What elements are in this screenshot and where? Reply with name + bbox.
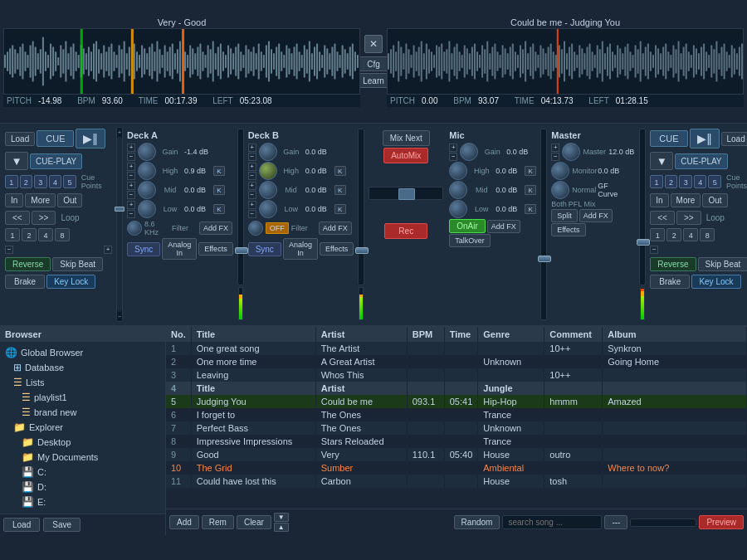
deck-right-cue-point-4[interactable]: 4 bbox=[694, 175, 707, 188]
deck-left-load-button[interactable]: Load bbox=[5, 132, 35, 146]
mic-gain-knob[interactable] bbox=[460, 143, 478, 161]
volume-slider[interactable] bbox=[630, 519, 696, 527]
mic-channel-fader[interactable] bbox=[540, 127, 547, 322]
down-arrow-button[interactable]: ▼ bbox=[274, 513, 289, 522]
crossfader-handle[interactable] bbox=[398, 188, 415, 200]
deck-left-keylock-button[interactable]: Key Lock bbox=[46, 275, 95, 289]
deck-right-num-1[interactable]: 1 bbox=[650, 228, 665, 241]
mic-gain-minus[interactable]: − bbox=[449, 153, 457, 161]
onair-button[interactable]: OnAir bbox=[449, 219, 486, 233]
deck-right-skipbeat-button[interactable]: Skip Beat bbox=[698, 257, 747, 271]
deck-a-channel-fader[interactable] bbox=[237, 127, 244, 322]
deck-left-minus-button[interactable]: − bbox=[5, 246, 13, 254]
deck-left-brake-button[interactable]: Brake bbox=[5, 275, 45, 289]
search-input[interactable] bbox=[502, 515, 602, 529]
deck-b-mid-knob[interactable] bbox=[259, 181, 277, 199]
deck-left-back-button[interactable]: << bbox=[5, 211, 30, 225]
deck-b-mid-plus[interactable]: + bbox=[248, 182, 256, 190]
deck-b-low-plus[interactable]: + bbox=[248, 201, 256, 209]
close-button[interactable]: ✕ bbox=[364, 35, 383, 53]
master-effects-button[interactable]: Effects bbox=[551, 223, 585, 236]
deck-left-cue-point-1[interactable]: 1 bbox=[5, 175, 18, 188]
master-channel-fader[interactable] bbox=[639, 127, 646, 322]
clear-button[interactable]: Clear bbox=[237, 515, 271, 529]
deck-a-gain-plus[interactable]: + bbox=[127, 144, 135, 152]
add-button[interactable]: Add bbox=[169, 515, 199, 529]
master-monitor-knob[interactable] bbox=[551, 162, 569, 180]
browser-database-item[interactable]: ⊞ Database bbox=[2, 360, 164, 375]
deck-right-forward-button[interactable]: >> bbox=[676, 211, 701, 225]
deck-a-low-minus[interactable]: − bbox=[127, 210, 135, 218]
deck-left-cue-point-4[interactable]: 4 bbox=[49, 175, 62, 188]
deck-b-effects-button[interactable]: Effects bbox=[320, 242, 354, 256]
deck-left-cue-button[interactable]: CUE bbox=[37, 130, 74, 147]
deck-left-in-button[interactable]: In bbox=[5, 193, 23, 207]
mic-mid-knob[interactable] bbox=[449, 181, 467, 199]
browser-mydocuments-item[interactable]: 📁 My Documents bbox=[2, 450, 164, 465]
deck-right-cue-point-2[interactable]: 2 bbox=[665, 175, 678, 188]
rem-button[interactable]: Rem bbox=[202, 515, 234, 529]
left-waveform-display[interactable] bbox=[3, 28, 360, 95]
preview-button[interactable]: Preview bbox=[699, 515, 744, 529]
deck-b-high-plus[interactable]: + bbox=[248, 163, 256, 171]
table-row[interactable]: 3 Leaving Whos This 10++ bbox=[166, 368, 747, 382]
browser-global-browser-item[interactable]: 🌐 Global Browser bbox=[2, 345, 164, 360]
table-row[interactable]: 5 Judging You Could be me 093.1 05:41 Hi… bbox=[166, 395, 747, 408]
deck-left-cue-point-3[interactable]: 3 bbox=[34, 175, 47, 188]
deck-b-low-knob[interactable] bbox=[259, 200, 277, 218]
browser-load-button[interactable]: Load bbox=[3, 518, 40, 532]
deck-b-mid-minus[interactable]: − bbox=[248, 191, 256, 199]
crossfader[interactable] bbox=[369, 187, 443, 200]
deck-a-effects-button[interactable]: Effects bbox=[198, 242, 232, 256]
deck-a-high-minus[interactable]: − bbox=[127, 172, 135, 180]
deck-a-add-fx-button[interactable]: Add FX bbox=[199, 222, 232, 235]
mic-add-fx-button[interactable]: Add FX bbox=[487, 220, 520, 233]
mic-high-knob[interactable] bbox=[449, 162, 467, 180]
deck-a-high-plus[interactable]: + bbox=[127, 163, 135, 171]
automix-button[interactable]: AutoMix bbox=[383, 148, 428, 163]
browser-desktop-item[interactable]: 📁 Desktop bbox=[2, 435, 164, 450]
deck-right-load-button[interactable]: Load bbox=[721, 132, 748, 146]
deck-b-sync-button[interactable]: Sync bbox=[248, 242, 281, 256]
deck-left-cue-point-5[interactable]: 5 bbox=[63, 175, 76, 188]
up-arrow-button[interactable]: ▲ bbox=[274, 523, 289, 532]
dash-button[interactable]: --- bbox=[604, 515, 627, 529]
table-row[interactable]: 9 Good Very 110.1 05:40 House outro bbox=[166, 448, 747, 461]
master-plus[interactable]: + bbox=[551, 144, 559, 152]
deck-a-gain-knob[interactable] bbox=[138, 143, 156, 161]
browser-explorer-item[interactable]: 📁 Explorer bbox=[2, 420, 164, 435]
deck-left-plus-button[interactable]: + bbox=[104, 246, 112, 254]
master-add-fx-button[interactable]: Add FX bbox=[579, 209, 613, 222]
deck-b-high-knob[interactable] bbox=[259, 162, 277, 180]
deck-left-out-button[interactable]: Out bbox=[57, 193, 82, 207]
deck-a-high-k-button[interactable]: K bbox=[213, 166, 225, 176]
browser-playlist1-item[interactable]: ☰ playlist1 bbox=[2, 390, 164, 405]
table-row[interactable]: 2 One more time A Great Artist Unknown G… bbox=[166, 355, 747, 368]
deck-a-low-plus[interactable]: + bbox=[127, 201, 135, 209]
deck-a-gain-minus[interactable]: − bbox=[127, 153, 135, 161]
deck-b-channel-fader[interactable] bbox=[358, 127, 364, 322]
table-row[interactable]: 8 Impressive Impressions Stars Reloaded … bbox=[166, 435, 747, 448]
deck-right-cue-point-5[interactable]: 5 bbox=[708, 175, 721, 188]
deck-right-out-button[interactable]: Out bbox=[702, 193, 727, 207]
master-main-knob[interactable] bbox=[562, 143, 580, 161]
deck-left-forward-button[interactable]: >> bbox=[32, 211, 56, 225]
deck-right-cueplay-button[interactable]: CUE-PLAY bbox=[675, 153, 727, 169]
deck-right-num-2[interactable]: 2 bbox=[666, 228, 681, 241]
table-row[interactable]: 1 One great song The Artist 10++ Synkron bbox=[166, 342, 747, 355]
deck-right-cue-point-1[interactable]: 1 bbox=[650, 175, 663, 188]
deck-a-mid-plus[interactable]: + bbox=[127, 182, 135, 190]
deck-b-add-fx-button[interactable]: Add FX bbox=[319, 222, 352, 235]
mic-low-knob[interactable] bbox=[449, 200, 467, 218]
table-row[interactable]: 6 I forget to The Ones Trance bbox=[166, 408, 747, 421]
deck-left-more-button[interactable]: More bbox=[25, 193, 56, 207]
deck-b-analogin-button[interactable]: Analog In bbox=[283, 238, 318, 260]
deck-b-gain-plus[interactable]: + bbox=[248, 144, 256, 152]
browser-save-button[interactable]: Save bbox=[43, 518, 81, 532]
deck-right-down-button[interactable]: ▼ bbox=[650, 152, 673, 170]
deck-b-low-k-button[interactable]: K bbox=[334, 204, 346, 214]
deck-right-minus-button[interactable]: − bbox=[650, 246, 658, 254]
deck-left-play-button[interactable]: ▶‖ bbox=[76, 129, 105, 149]
master-split-button[interactable]: Split bbox=[551, 209, 578, 222]
mic-high-k-button[interactable]: K bbox=[525, 166, 536, 176]
